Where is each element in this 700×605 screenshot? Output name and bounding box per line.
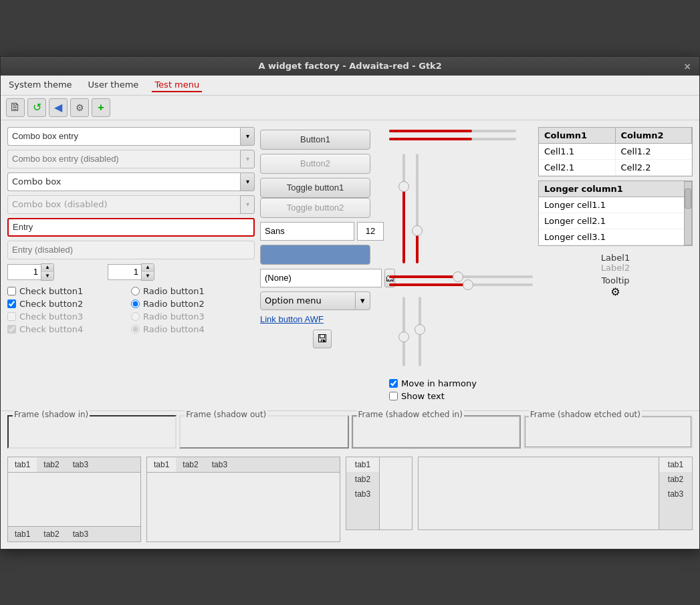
small-icon: 🖫 — [317, 333, 328, 345]
tab-widget-4: tab1 tab2 tab3 — [418, 457, 693, 530]
cell-2-2: Cell2.2 — [616, 160, 693, 175]
document-icon: 🗎 — [9, 100, 21, 114]
font-row — [260, 222, 384, 241]
tab-widget-1-tab1[interactable]: tab1 — [8, 457, 37, 472]
spinner1-input[interactable] — [7, 264, 41, 280]
toolbar-btn-settings[interactable]: ⚙ — [70, 98, 89, 117]
list-item[interactable]: Longer cell1.1 — [539, 197, 684, 213]
combo-entry-disabled-row: ▾ — [7, 150, 255, 168]
tab-widget-3-left-tabs: tab1 tab2 tab3 — [346, 457, 380, 529]
frame-shadow-etched-out-label: Frame (shadow etched out) — [529, 410, 642, 419]
table-row[interactable]: Cell2.1 Cell2.2 — [539, 160, 692, 176]
radio1-input[interactable] — [131, 287, 140, 295]
window-title: A widget factory - Adwaita-red - Gtk2 — [19, 61, 681, 71]
loading-spinner-icon: ⚙ — [610, 285, 620, 298]
combo-entry-disabled-input — [7, 150, 240, 168]
tab-widget-4-tab3[interactable]: tab3 — [659, 487, 692, 501]
spinner2-up[interactable]: ▲ — [142, 264, 154, 272]
labels-section: Label1 Label2 Tooltip ⚙ — [538, 250, 693, 301]
frame-shadow-etched-in: Frame (shadow etched in) — [352, 415, 521, 449]
list-item[interactable]: Longer cell2.1 — [539, 213, 684, 229]
tab-widget-1-btab3[interactable]: tab3 — [66, 527, 95, 541]
icon-small-button[interactable]: 🖫 — [313, 330, 332, 348]
show-text-checkbox[interactable] — [389, 392, 398, 400]
longer-tree-view: Longer column1 Longer cell1.1 Longer cel… — [538, 180, 693, 246]
frame-shadow-out-label: Frame (shadow out) — [185, 410, 267, 419]
radio2-input[interactable] — [131, 299, 140, 308]
tab-widget-3-tab1[interactable]: tab1 — [346, 457, 379, 472]
option-menu[interactable]: Option menu — [260, 291, 356, 310]
tab-widget-3: tab1 tab2 tab3 — [346, 457, 413, 530]
radio3-input — [131, 312, 140, 321]
longer-col-header: Longer column1 — [539, 181, 684, 197]
file-entry[interactable] — [260, 269, 382, 287]
toolbar-btn-refresh[interactable]: ↺ — [27, 98, 46, 117]
combo-entry-disabled-btn: ▾ — [240, 150, 255, 168]
button1[interactable]: Button1 — [260, 130, 370, 150]
spinner2-input[interactable] — [108, 264, 141, 280]
tab-widget-1-bottom-tabs: tab1 tab2 tab3 — [8, 526, 140, 541]
tab-widget-4-right-tabs: tab1 tab2 tab3 — [659, 457, 692, 529]
toggle-button1[interactable]: Toggle button1 — [260, 178, 370, 198]
main-window: A widget factory - Adwaita-red - Gtk2 × … — [0, 56, 700, 550]
move-harmony-checkbox[interactable] — [389, 379, 398, 388]
spinner2-down[interactable]: ▼ — [142, 272, 154, 280]
list-item[interactable]: Longer cell3.1 — [539, 229, 684, 245]
tab-widget-3-tab3[interactable]: tab3 — [346, 487, 379, 501]
combo-entry-input[interactable] — [7, 127, 240, 146]
checks-radios: Check button1 Radio button1 Check button… — [7, 286, 255, 334]
combo-box-btn[interactable]: ▾ — [240, 172, 255, 191]
tab-widget-1-tab3[interactable]: tab3 — [66, 457, 95, 472]
tab-widget-2-tab2[interactable]: tab2 — [176, 457, 205, 472]
tab-widget-1-content — [8, 473, 140, 526]
check1-input[interactable] — [7, 287, 16, 295]
close-button[interactable]: × — [681, 61, 694, 72]
radio2-row: Radio button2 — [131, 299, 255, 309]
entry-input[interactable] — [7, 218, 255, 237]
menu-test-menu[interactable]: Test menu — [152, 78, 202, 92]
menu-system-theme[interactable]: System theme — [6, 78, 75, 92]
top-tree-view[interactable]: Column1 Column2 Cell1.1 Cell1.2 Cell2.1 … — [538, 127, 693, 176]
check2-input[interactable] — [7, 299, 16, 308]
radio1-label: Radio button1 — [143, 286, 205, 296]
spinner1-down[interactable]: ▼ — [41, 272, 53, 280]
tab-widget-1-btab1[interactable]: tab1 — [8, 527, 37, 541]
col1-header: Column1 — [539, 128, 616, 143]
entry-disabled-input — [7, 241, 255, 259]
toolbar-btn-document[interactable]: 🗎 — [6, 98, 25, 117]
font-entry[interactable] — [260, 222, 354, 241]
tab-widget-1-btab2[interactable]: tab2 — [37, 527, 66, 541]
option-menu-label: Option menu — [265, 295, 322, 306]
toolbar-btn-back[interactable]: ◀ — [49, 98, 68, 117]
tab-widget-2-tab1[interactable]: tab1 — [147, 457, 176, 472]
scrollbar-thumb[interactable] — [685, 189, 691, 209]
table-row[interactable]: Cell1.1 Cell1.2 — [539, 144, 692, 160]
font-size-input[interactable] — [357, 222, 384, 241]
tree-scrollbar[interactable] — [684, 181, 692, 245]
check1-row: Check button1 — [7, 286, 131, 296]
tab-widget-1-tab2[interactable]: tab2 — [37, 457, 66, 472]
tab-widget-3-tab2[interactable]: tab2 — [346, 472, 379, 487]
main-content: ▾ ▾ Combo box ▾ Combo box (disabled) ▾ — [1, 120, 699, 410]
tab-widget-4-tab2[interactable]: tab2 — [659, 472, 692, 487]
option-menu-row: Option menu ▾ — [260, 291, 370, 310]
check3-input — [7, 312, 16, 321]
longer-tree-content[interactable]: Longer column1 Longer cell1.1 Longer cel… — [539, 181, 684, 245]
link-button[interactable]: Link button AWF — [260, 314, 324, 324]
move-harmony-row: Move in harmony — [389, 378, 533, 388]
spinner1-up[interactable]: ▲ — [41, 264, 53, 272]
tab-widget-2-content — [147, 473, 340, 526]
tab-widget-4-tab1[interactable]: tab1 — [659, 457, 692, 472]
radio4-input — [131, 325, 140, 334]
col4-trees: Column1 Column2 Cell1.1 Cell1.2 Cell2.1 … — [538, 127, 693, 404]
toolbar-btn-add[interactable]: + — [92, 98, 110, 117]
tab-widget-2-tab3[interactable]: tab3 — [205, 457, 234, 472]
button2: Button2 — [260, 154, 370, 174]
color-button[interactable] — [260, 245, 370, 265]
frame-shadow-in-label: Frame (shadow in) — [13, 410, 90, 419]
combo-entry-dropdown-btn[interactable]: ▾ — [240, 127, 255, 146]
combo-box-value: Combo box — [12, 176, 62, 187]
option-menu-arrow[interactable]: ▾ — [356, 291, 370, 310]
menu-user-theme[interactable]: User theme — [86, 78, 142, 92]
frame-shadow-out: Frame (shadow out) — [179, 415, 348, 449]
